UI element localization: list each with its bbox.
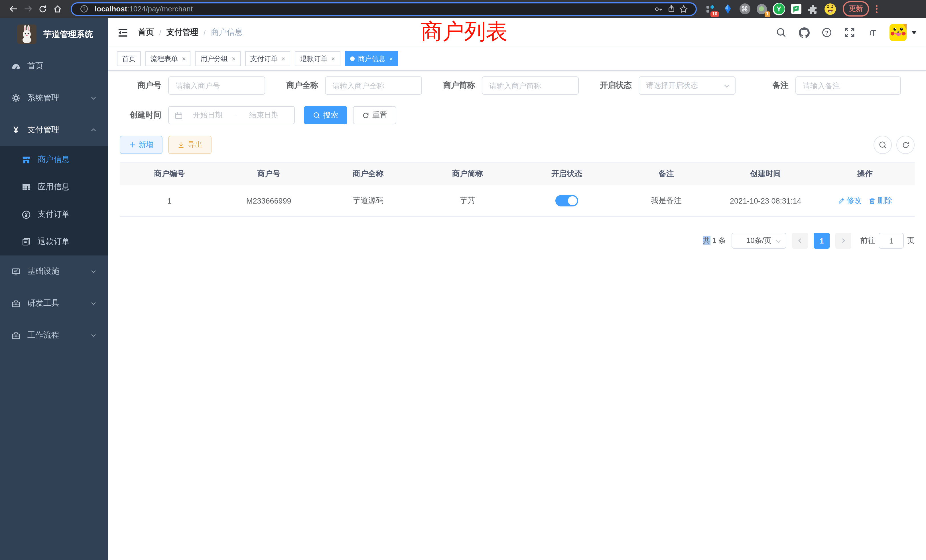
page-number[interactable]: 1	[814, 233, 830, 249]
filter-status: 开启状态 请选择开启状态	[590, 76, 735, 95]
avatar-caret-icon	[911, 31, 917, 34]
reset-button[interactable]: 重置	[353, 106, 396, 124]
status-select[interactable]: 请选择开启状态	[639, 76, 735, 95]
col-remark: 备注	[617, 162, 716, 185]
monitor-icon	[11, 267, 21, 276]
show-search-icon[interactable]	[873, 136, 892, 154]
url-host: localhost	[95, 5, 127, 13]
short-name-input[interactable]	[482, 76, 579, 95]
close-icon[interactable]: ×	[331, 56, 335, 62]
share-icon[interactable]	[665, 3, 677, 15]
cell-short-name: 芋艿	[418, 185, 517, 216]
extension-chat-icon[interactable]	[789, 2, 803, 16]
filter-short-name: 商户简称	[433, 76, 579, 95]
merchant-no-input[interactable]	[168, 76, 265, 95]
close-icon[interactable]: ×	[282, 56, 285, 62]
sidebar-item-workflow[interactable]: 工作流程	[0, 319, 108, 351]
col-merchant-no: 商户号	[219, 162, 319, 185]
sidebar-item-app-info[interactable]: 应用信息	[0, 173, 108, 201]
tab-user-group[interactable]: 用户分组×	[195, 51, 241, 66]
back-icon[interactable]	[6, 2, 21, 16]
extension-blocks-icon[interactable]: 10	[704, 2, 717, 16]
chevron-down-icon	[723, 82, 731, 89]
address-bar[interactable]: localhost:1024/pay/merchant	[71, 2, 697, 16]
delete-link[interactable]: 删除	[869, 195, 892, 206]
tab-home[interactable]: 首页	[117, 51, 141, 66]
sidebar-item-merchant-info[interactable]: 商户信息	[0, 146, 108, 173]
extensions-row: 10 ⌘ 1 Y	[704, 2, 837, 16]
extension-command-icon[interactable]: ⌘	[738, 2, 752, 16]
header-search-icon[interactable]	[775, 27, 787, 38]
export-button[interactable]: 导出	[168, 136, 212, 154]
bookmark-star-icon[interactable]	[677, 3, 690, 15]
search-button[interactable]: 搜索	[304, 106, 347, 124]
main-area: 首页 / 支付管理 / 商户信息 ?	[108, 18, 926, 560]
tab-merchant-info[interactable]: 商户信息×	[345, 51, 398, 66]
forward-icon[interactable]	[21, 2, 35, 16]
font-size-icon[interactable]: ttTT	[867, 27, 878, 38]
document-icon	[22, 237, 31, 246]
password-key-icon[interactable]	[652, 3, 665, 15]
fullscreen-icon[interactable]	[844, 27, 855, 38]
refresh-icon[interactable]	[896, 136, 915, 154]
extensions-puzzle-icon[interactable]	[806, 2, 820, 16]
extension-y-icon[interactable]: Y	[772, 2, 786, 16]
sidebar-item-home[interactable]: 首页	[0, 50, 108, 82]
sidebar: 芋道管理系统 首页 系统管理	[0, 18, 108, 560]
field-label: 创建时间	[120, 110, 168, 120]
page-size-select[interactable]: 10条/页	[732, 233, 786, 249]
filter-row-1: 商户号 商户全称 商户简称 开启状态 请选择开启状态	[120, 76, 915, 95]
sidebar-item-payment[interactable]: ¥ 支付管理	[0, 114, 108, 146]
edit-link[interactable]: 修改	[838, 195, 862, 206]
remark-input[interactable]	[796, 76, 901, 95]
site-info-icon[interactable]	[77, 3, 90, 15]
goto-page-input[interactable]	[879, 233, 904, 249]
chevron-down-icon	[90, 95, 97, 101]
date-range-picker[interactable]: 开始日期 - 结束日期	[168, 106, 295, 124]
app-logo[interactable]: 芋道管理系统	[0, 18, 108, 50]
tab-pay-order[interactable]: 支付订单×	[245, 51, 291, 66]
pagination: 共 1 条 10条/页 1 前往	[120, 233, 915, 249]
goto-page: 前往 页	[861, 233, 915, 249]
status-toggle[interactable]	[555, 195, 578, 206]
sidebar-item-system[interactable]: 系统管理	[0, 82, 108, 114]
next-page-icon[interactable]	[835, 233, 851, 249]
tab-process-form[interactable]: 流程表单×	[145, 51, 191, 66]
reload-icon[interactable]	[35, 2, 50, 16]
browser-menu-icon[interactable]	[872, 5, 881, 13]
breadcrumb-payment[interactable]: 支付管理	[166, 27, 198, 38]
close-icon[interactable]: ×	[182, 56, 186, 62]
home-icon[interactable]	[50, 2, 65, 16]
github-icon[interactable]	[798, 27, 809, 38]
tab-refund-order[interactable]: 退款订单×	[295, 51, 340, 66]
help-icon[interactable]: ?	[821, 27, 832, 38]
chevron-down-icon	[775, 238, 782, 245]
full-name-input[interactable]	[325, 76, 422, 95]
close-icon[interactable]: ×	[232, 56, 236, 62]
sidebar-item-pay-order[interactable]: 支付订单	[0, 201, 108, 228]
store-icon	[22, 155, 31, 164]
breadcrumb-separator: /	[159, 28, 161, 37]
sidebar-item-infrastructure[interactable]: 基础设施	[0, 256, 108, 288]
extension-badge: 10	[710, 11, 719, 17]
add-button[interactable]: 新增	[120, 136, 162, 154]
user-avatar[interactable]	[890, 24, 917, 41]
close-icon[interactable]: ×	[389, 56, 393, 62]
browser-update-button[interactable]: 更新	[843, 1, 869, 17]
profile-avatar-icon[interactable]	[823, 2, 837, 16]
filter-row-2: 创建时间 开始日期 - 结束日期 搜索	[120, 106, 915, 124]
table-toolbar: 新增 导出	[120, 136, 915, 154]
sidebar-item-refund-order[interactable]: 退款订单	[0, 228, 108, 256]
chevron-down-icon	[90, 332, 97, 339]
breadcrumb-home[interactable]: 首页	[138, 27, 154, 38]
prev-page-icon[interactable]	[792, 233, 808, 249]
filter-merchant-no: 商户号	[120, 76, 265, 95]
avatar-image	[890, 24, 906, 41]
start-date[interactable]: 开始日期	[183, 110, 232, 120]
end-date[interactable]: 结束日期	[239, 110, 289, 120]
extension-kite-icon[interactable]	[721, 2, 734, 16]
sidebar-item-dev-tools[interactable]: 研发工具	[0, 288, 108, 319]
extension-gray-circle-icon[interactable]: 1	[755, 2, 769, 16]
grid-icon	[22, 183, 31, 192]
sidebar-fold-icon[interactable]	[118, 27, 129, 38]
